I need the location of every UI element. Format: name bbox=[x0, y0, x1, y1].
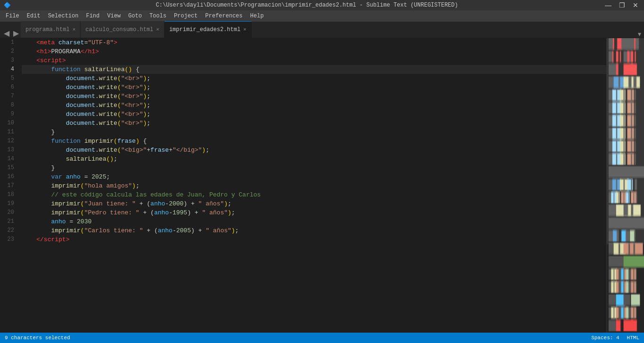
code-content[interactable]: <meta charset="UTF-8"> <h1>PROGRAMA</h1>… bbox=[18, 38, 606, 333]
maximize-button[interactable]: ❐ bbox=[617, 1, 627, 9]
spaces-indicator: Spaces: 4 bbox=[591, 335, 619, 341]
menu-item-view[interactable]: View bbox=[103, 12, 124, 20]
tabbar-menu-button[interactable]: ▾ bbox=[638, 30, 641, 38]
line-num-13: 13 bbox=[0, 146, 14, 155]
code-token: + ( bbox=[140, 209, 154, 216]
code-token: " años" bbox=[202, 209, 228, 216]
code-line-6: document.write("<br>"); bbox=[22, 83, 606, 92]
line-num-9: 9 bbox=[0, 110, 14, 119]
line-num-21: 21 bbox=[0, 217, 14, 226]
code-token: h1 bbox=[40, 48, 48, 55]
code-token: ) + bbox=[187, 209, 202, 216]
code-token: < bbox=[36, 39, 40, 46]
code-token bbox=[22, 227, 51, 234]
code-token: document bbox=[66, 111, 95, 118]
line-num-4: 4 bbox=[0, 65, 14, 74]
tab-1[interactable]: calculo_consumo.html× bbox=[81, 21, 165, 38]
code-token: document bbox=[66, 84, 95, 91]
minimize-button[interactable]: — bbox=[603, 1, 613, 9]
line-num-16: 16 bbox=[0, 172, 14, 181]
code-token: ( bbox=[81, 227, 84, 234]
code-token: anho bbox=[154, 209, 169, 216]
code-token: write bbox=[99, 93, 117, 100]
code-token bbox=[22, 209, 51, 216]
code-token: ( bbox=[117, 75, 121, 82]
code-token: = bbox=[81, 173, 91, 180]
tab-close-2[interactable]: × bbox=[243, 27, 247, 33]
tab-nav-left[interactable]: ◀ bbox=[2, 29, 11, 38]
code-token: { bbox=[140, 138, 147, 145]
code-token: ( bbox=[81, 182, 84, 189]
line-num-7: 7 bbox=[0, 92, 14, 101]
code-token: PROGRAMA bbox=[51, 48, 80, 55]
code-line-11: } bbox=[22, 128, 606, 137]
code-token bbox=[22, 84, 66, 91]
menu-item-edit[interactable]: Edit bbox=[23, 12, 44, 20]
code-token: ( bbox=[117, 93, 121, 100]
code-line-4: function saltarLinea() { bbox=[22, 65, 606, 74]
code-token: 1995 bbox=[173, 209, 187, 216]
tab-nav-right[interactable]: ▶ bbox=[11, 29, 21, 38]
menu-item-find[interactable]: Find bbox=[82, 12, 103, 20]
titlebar: 🔷 C:\Users\dayli\Documents\Programacion\… bbox=[0, 0, 644, 10]
status-right: Spaces: 4 HTML bbox=[591, 335, 639, 341]
code-token bbox=[81, 66, 84, 73]
code-token bbox=[22, 218, 51, 225]
code-token: ; bbox=[106, 173, 110, 180]
code-token: . bbox=[95, 147, 99, 154]
line-num-10: 10 bbox=[0, 119, 14, 128]
code-line-7: document.write("<br>"); bbox=[22, 92, 606, 101]
code-token: ; bbox=[147, 93, 150, 100]
code-line-8: document.write("<hr>"); bbox=[22, 101, 606, 110]
code-line-22: imprimir("Carlos tiene: " + (anho-2005) … bbox=[22, 226, 606, 235]
menu-item-file[interactable]: File bbox=[2, 12, 23, 20]
code-token: ; bbox=[228, 200, 231, 207]
tab-2[interactable]: imprimir_edades2.html× bbox=[165, 21, 252, 38]
line-num-15: 15 bbox=[0, 163, 14, 172]
menubar: FileEditSelectionFindViewGotoToolsProjec… bbox=[0, 10, 644, 22]
menu-item-project[interactable]: Project bbox=[170, 12, 201, 20]
line-numbers: 1234567891011121314151617181920212223 bbox=[0, 38, 18, 333]
code-token: ( bbox=[117, 111, 121, 118]
code-token: "<hr>" bbox=[121, 102, 143, 109]
code-token bbox=[22, 39, 36, 46]
language-indicator: HTML bbox=[627, 335, 639, 341]
code-line-19: imprimir("Juan tiene: " + (anho-2000) + … bbox=[22, 199, 606, 208]
close-button[interactable]: ✕ bbox=[631, 1, 640, 9]
code-token: 2030 bbox=[77, 218, 91, 225]
code-token: ; bbox=[147, 111, 150, 118]
menu-item-goto[interactable]: Goto bbox=[124, 12, 146, 20]
code-token: < bbox=[36, 48, 40, 55]
line-num-5: 5 bbox=[0, 74, 14, 83]
menu-item-tools[interactable]: Tools bbox=[146, 12, 170, 20]
tab-close-1[interactable]: × bbox=[156, 27, 159, 33]
code-token: " años" bbox=[198, 200, 224, 207]
code-token: "<big>" bbox=[121, 147, 147, 154]
titlebar-icon: 🔷 bbox=[4, 2, 11, 9]
code-token: ; bbox=[206, 147, 209, 154]
code-line-14: saltarLinea(); bbox=[22, 155, 606, 163]
tab-label-0: programa.html bbox=[25, 26, 70, 33]
code-line-2: <h1>PROGRAMA</h1> bbox=[22, 47, 606, 56]
code-token: ; bbox=[147, 120, 150, 127]
code-token: - bbox=[173, 227, 176, 234]
menu-item-selection[interactable]: Selection bbox=[44, 12, 83, 20]
code-token: ; bbox=[147, 75, 150, 82]
code-token bbox=[22, 173, 51, 180]
tab-0[interactable]: programa.html× bbox=[21, 21, 81, 38]
code-token: . bbox=[95, 102, 99, 109]
code-token: ) + bbox=[183, 200, 198, 207]
code-token: imprimir bbox=[51, 200, 80, 207]
code-token: imprimir bbox=[51, 182, 80, 189]
code-token: write bbox=[99, 84, 117, 91]
code-token: "UTF-8" bbox=[88, 39, 114, 46]
code-token: "Carlos tiene: " bbox=[84, 227, 143, 234]
menu-item-help[interactable]: Help bbox=[247, 12, 268, 20]
code-token: ) bbox=[228, 209, 231, 216]
code-token: script bbox=[44, 236, 66, 243]
code-token: document bbox=[66, 120, 95, 127]
code-line-5: document.write("<br>"); bbox=[22, 74, 606, 83]
menu-item-preferences[interactable]: Preferences bbox=[201, 12, 246, 20]
tab-close-0[interactable]: × bbox=[73, 27, 76, 33]
code-line-1: <meta charset="UTF-8"> bbox=[22, 38, 606, 47]
